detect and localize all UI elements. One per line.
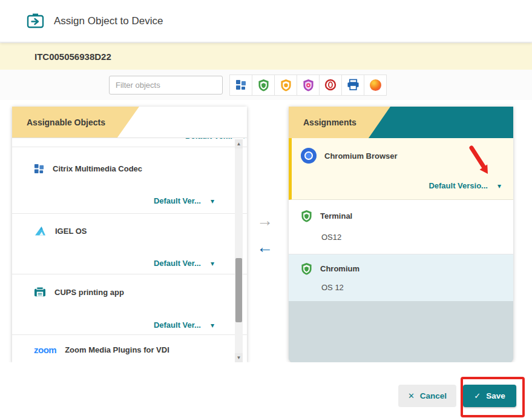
cups-printer-icon xyxy=(34,287,46,298)
orange-shield-icon[interactable] xyxy=(274,75,297,96)
clipped-object-row: Default Ver... ▾ xyxy=(12,138,247,147)
cancel-button[interactable]: ✕ Cancel xyxy=(398,385,456,407)
assignment-row-terminal[interactable]: Terminal OS12 xyxy=(289,200,513,254)
zoom-logo: zoom xyxy=(34,345,56,355)
dialog-footer: ✕ Cancel ✓ Save xyxy=(0,362,532,418)
object-name: IGEL OS xyxy=(55,227,87,236)
assignment-name: Chromium Browser xyxy=(324,151,398,161)
assign-right-arrow-button[interactable]: → xyxy=(257,211,273,230)
red-ring-icon[interactable] xyxy=(319,75,342,96)
close-icon: ✕ xyxy=(408,391,415,400)
list-item-igel-os[interactable]: IGEL OS Default Ver... ▾ xyxy=(12,214,247,274)
list-item-zoom-media-plugins[interactable]: zoom Zoom Media Plugins for VDI xyxy=(12,335,247,363)
chevron-down-icon: ▾ xyxy=(498,182,501,190)
device-bar: ITC005056938D22 xyxy=(0,43,532,70)
printer-blue-icon[interactable] xyxy=(341,75,364,96)
version-dropdown[interactable]: Default Ver... ▾ xyxy=(34,196,215,205)
green-shield-icon xyxy=(301,210,312,222)
assign-object-icon xyxy=(27,13,45,29)
assignments-header: Assignments xyxy=(289,107,513,138)
apps-grid-icon[interactable] xyxy=(229,75,252,96)
version-dropdown[interactable]: Default Ver... ▾ xyxy=(12,138,247,141)
version-dropdown[interactable]: Default Ver... ▾ xyxy=(34,320,215,330)
chevron-down-icon: ▾ xyxy=(211,259,214,268)
assignment-row-chromium-browser[interactable]: Chromium Browser Default Versio... ▾ xyxy=(289,138,513,200)
chevron-down-icon: ▾ xyxy=(211,321,214,330)
assignment-name: Terminal xyxy=(320,211,352,221)
assignable-objects-panel: Assignable Objects Default Ver... ▾ xyxy=(12,107,247,363)
filter-toolbar xyxy=(0,70,532,100)
scroll-up-icon[interactable]: ▲ xyxy=(235,139,243,148)
check-icon: ✓ xyxy=(474,391,481,400)
list-item-citrix-multimedia-codec[interactable]: Citrix Multimedia Codec Default Ver... ▾ xyxy=(12,147,247,214)
chromium-browser-icon xyxy=(301,148,317,164)
assignment-name: Chromium xyxy=(320,264,360,273)
assignment-os-label: OS12 xyxy=(321,233,504,242)
chevron-down-icon: ▾ xyxy=(211,197,214,205)
object-name: CUPS printing app xyxy=(54,288,124,297)
version-dropdown[interactable]: Default Versio... ▾ xyxy=(301,181,504,190)
purple-shield-icon[interactable] xyxy=(297,75,320,96)
assignments-empty-area xyxy=(289,301,513,363)
assignments-panel: Assignments Chromium Browser Default Ver… xyxy=(289,107,513,363)
assignments-title: Assignments xyxy=(289,107,390,138)
assignment-os-label: OS 12 xyxy=(321,283,504,292)
scroll-down-icon[interactable]: ▼ xyxy=(235,353,243,362)
assignable-objects-header: Assignable Objects xyxy=(12,107,247,138)
scrollbar-thumb[interactable] xyxy=(235,258,242,322)
assignment-row-chromium[interactable]: Chromium OS 12 xyxy=(289,254,513,301)
igel-os-icon xyxy=(34,226,47,236)
save-button[interactable]: ✓ Save xyxy=(463,385,516,407)
assign-object-dialog: Assign Object to Device ITC005056938D22 xyxy=(0,0,532,418)
dialog-header: Assign Object to Device xyxy=(0,0,532,42)
filter-objects-input[interactable] xyxy=(109,76,223,95)
object-type-filter-group xyxy=(230,75,387,96)
version-dropdown[interactable]: Default Ver... ▾ xyxy=(34,259,215,268)
green-shield-icon xyxy=(301,262,312,275)
object-name: Citrix Multimedia Codec xyxy=(53,164,142,173)
scrollbar[interactable]: ▲ ▼ xyxy=(235,139,243,362)
unassign-left-arrow-button[interactable]: ← xyxy=(257,238,273,257)
green-shield-icon[interactable] xyxy=(252,75,275,96)
orange-sphere-icon[interactable] xyxy=(364,75,387,96)
citrix-app-icon xyxy=(34,164,44,174)
assignable-objects-list: Default Ver... ▾ Citrix Multimedia Code xyxy=(12,138,247,363)
dialog-title: Assign Object to Device xyxy=(54,15,163,27)
object-name: Zoom Media Plugins for VDI xyxy=(65,345,169,354)
list-item-cups-printing-app[interactable]: CUPS printing app Default Ver... ▾ xyxy=(12,274,247,335)
device-id: ITC005056938D22 xyxy=(34,51,111,62)
assignable-objects-title: Assignable Objects xyxy=(12,107,139,138)
